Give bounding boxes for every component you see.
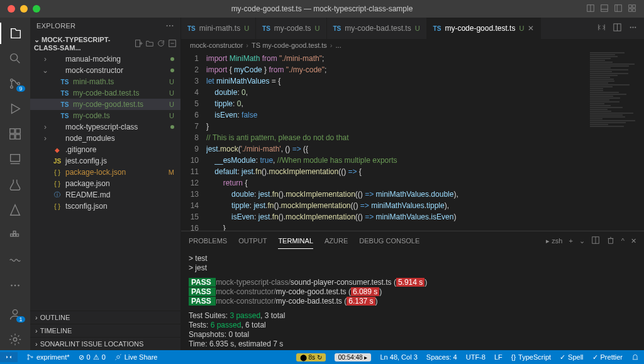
panel-toggle-icon[interactable]	[600, 4, 609, 14]
sidebar-section-sonarlint-issue-locations[interactable]: › SONARLINT ISSUE LOCATIONS	[30, 337, 180, 350]
code-editor[interactable]: import MiniMath from "./mini-math";impor…	[206, 52, 587, 231]
maximize-window[interactable]	[33, 5, 40, 13]
tree-item-jest-config-js[interactable]: JSjest.config.js	[30, 155, 180, 167]
refresh-icon[interactable]	[157, 39, 165, 49]
sidebar-toggle-icon[interactable]	[614, 4, 623, 14]
close-panel-icon[interactable]: ✕	[631, 237, 636, 245]
tree-item-package-json[interactable]: { }package.json	[30, 178, 180, 189]
explorer-root[interactable]: ⌄ MOCK-TYPESCRIPT-CLASS-SAM...	[30, 34, 180, 53]
new-folder-icon[interactable]	[145, 39, 154, 49]
tab-more-icon[interactable]	[628, 23, 638, 34]
notifications-icon[interactable]	[631, 353, 639, 361]
panel-tab-output[interactable]: OUTPUT	[238, 233, 267, 248]
split-terminal-icon[interactable]	[591, 236, 600, 246]
panel-tab-terminal[interactable]: TERMINAL	[278, 233, 313, 249]
sonarlint-icon[interactable]	[0, 250, 30, 271]
close-tab-icon[interactable]: ✕	[528, 24, 534, 33]
remote-indicator[interactable]	[0, 352, 18, 362]
tree-item-my-code-good-test-ts[interactable]: TSmy-code-good.test.tsU	[30, 99, 180, 110]
timer-pill[interactable]: ⬤ 8s ↻	[296, 353, 326, 361]
cursor-position[interactable]: Ln 48, Col 3	[380, 353, 417, 361]
more-icon[interactable]	[0, 275, 30, 296]
tree-item-README-md[interactable]: ⓘREADME.md	[30, 189, 180, 201]
maximize-panel-icon[interactable]: ^	[621, 237, 625, 245]
panel-tabs: PROBLEMSOUTPUTTERMINALAZUREDEBUG CONSOLE…	[181, 231, 644, 250]
kill-terminal-icon[interactable]	[606, 236, 615, 246]
svg-point-32	[172, 25, 173, 26]
terminal-dropdown-icon[interactable]: ⌄	[579, 237, 585, 245]
svg-rect-21	[11, 234, 13, 236]
search-icon[interactable]	[0, 48, 30, 69]
tab-my-code-ts[interactable]: TSmy-code.tsU	[256, 18, 326, 39]
clock-pill[interactable]: 00:54:48 ▸	[335, 353, 372, 361]
settings-icon[interactable]	[0, 329, 30, 350]
new-terminal-icon[interactable]: +	[569, 237, 572, 245]
new-file-icon[interactable]	[134, 39, 143, 49]
explorer-heading: EXPLORER	[36, 22, 75, 30]
problems-status[interactable]: ⊘ 0 ⚠ 0	[79, 353, 106, 361]
terminal[interactable]: > test > jest PASS mock-typescript-class…	[181, 250, 644, 350]
line-gutter: 1234567891011121314151617181920	[181, 52, 206, 231]
compare-changes-icon[interactable]	[597, 23, 606, 34]
tree-item-package-lock-json[interactable]: { }package-lock.jsonM	[30, 167, 180, 178]
language-mode[interactable]: {} TypeScript	[511, 353, 551, 361]
account-icon[interactable]: 1	[0, 304, 30, 325]
collapse-icon[interactable]	[168, 39, 177, 49]
run-debug-icon[interactable]	[0, 98, 30, 119]
svg-point-29	[13, 338, 17, 341]
window-controls	[0, 5, 40, 13]
tree-item-manual-mocking[interactable]: ›manual-mocking	[30, 53, 180, 65]
svg-rect-17	[10, 135, 14, 139]
split-editor-icon[interactable]	[613, 23, 622, 34]
eol[interactable]: LF	[494, 353, 502, 361]
indentation[interactable]: Spaces: 4	[426, 353, 457, 361]
tree-item-my-code-ts[interactable]: TSmy-code.tsU	[30, 110, 180, 121]
tab-my-code-bad-test-ts[interactable]: TSmy-code-bad.test.tsU	[327, 18, 427, 39]
minimize-window[interactable]	[20, 5, 28, 13]
minimap[interactable]	[587, 52, 644, 231]
explorer-menu-icon[interactable]	[165, 21, 174, 30]
tree-item-mock-typescript-class[interactable]: ›mock-typescript-class	[30, 121, 180, 133]
tree-item-my-code-bad-test-ts[interactable]: TSmy-code-bad.test.tsU	[30, 87, 180, 99]
term-line: > test	[189, 254, 636, 263]
tab-my-code-good-test-ts[interactable]: TSmy-code-good.test.tsU✕	[427, 18, 541, 39]
svg-rect-8	[629, 8, 631, 11]
panel-tab-problems[interactable]: PROBLEMS	[189, 233, 227, 248]
panel-tab-debug-console[interactable]: DEBUG CONSOLE	[359, 233, 419, 248]
tab-mini-math-ts[interactable]: TSmini-math.tsU	[181, 18, 256, 39]
remote-explorer-icon[interactable]	[0, 148, 30, 170]
test-icon[interactable]	[0, 174, 30, 195]
azure-icon[interactable]	[0, 199, 30, 221]
svg-rect-6	[629, 4, 631, 7]
tree-item-mock-constructor[interactable]: ⌄mock-constructor	[30, 65, 180, 76]
sidebar-section-outline[interactable]: › OUTLINE	[30, 311, 180, 324]
terminal-shell-label[interactable]: ▸ zsh	[546, 237, 562, 245]
term-line: > jest	[189, 263, 636, 273]
panel-tab-azure[interactable]: AZURE	[325, 233, 348, 248]
live-share[interactable]: Live Share	[114, 353, 158, 361]
breadcrumb[interactable]: mock-constructor›TS my-code-good.test.ts…	[181, 39, 644, 52]
tree-item-mini-math-ts[interactable]: TSmini-math.tsU	[30, 76, 180, 87]
git-branch[interactable]: expriment*	[26, 353, 70, 361]
customize-layout-icon[interactable]	[628, 4, 636, 14]
sidebar-section-timeline[interactable]: › TIMELINE	[30, 324, 180, 337]
panel: PROBLEMSOUTPUTTERMINALAZUREDEBUG CONSOLE…	[181, 231, 644, 350]
svg-rect-19	[11, 155, 20, 162]
docker-icon[interactable]	[0, 224, 30, 246]
close-window[interactable]	[8, 5, 15, 13]
extensions-icon[interactable]	[0, 123, 30, 145]
svg-rect-9	[633, 8, 635, 11]
pass-badge: PASS	[189, 278, 216, 287]
svg-rect-24	[13, 231, 16, 233]
layout-toggle-icon[interactable]	[586, 4, 595, 14]
tree-item-tsconfig-json[interactable]: { }tsconfig.json	[30, 201, 180, 212]
prettier-status[interactable]: ✓ Prettier	[592, 353, 623, 361]
encoding[interactable]: UTF-8	[466, 353, 486, 361]
tree-item-node-modules[interactable]: ›node_modules	[30, 133, 180, 144]
source-control-icon[interactable]: 9	[0, 73, 30, 94]
spell-check[interactable]: ✓ Spell	[560, 353, 583, 361]
svg-point-30	[167, 25, 168, 26]
explorer-icon[interactable]	[0, 23, 30, 44]
tree-item--gitignore[interactable]: ◆.gitignore	[30, 144, 180, 155]
svg-point-41	[632, 26, 633, 28]
